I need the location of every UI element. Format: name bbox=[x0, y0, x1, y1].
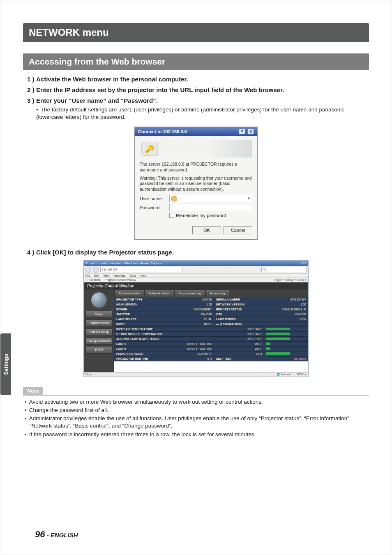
side-projector-control[interactable]: Projector control bbox=[85, 319, 113, 327]
dialog-message-2: Warning: This server is requesting that … bbox=[140, 176, 252, 192]
step-text: Click [OK] to display the Projector stat… bbox=[36, 249, 174, 256]
remember-label: Remember my password bbox=[176, 213, 226, 218]
address-value: 192.168.0.8 bbox=[102, 268, 117, 271]
menu-tools[interactable]: Tools bbox=[129, 274, 136, 277]
address-field[interactable]: 192.168.0.8 bbox=[100, 267, 182, 272]
forward-button[interactable] bbox=[93, 267, 99, 273]
pcw-header: Projector Control Window bbox=[84, 282, 308, 289]
tab-access-log[interactable]: Access log bbox=[205, 289, 229, 297]
step-3: 3 ) Enter your “User name” and “Password… bbox=[27, 97, 369, 121]
tab-projector-status[interactable]: Projector status bbox=[114, 289, 145, 297]
globe-icon bbox=[91, 292, 107, 308]
keys-icon: 🔑 bbox=[141, 142, 158, 156]
step-3-note: The factory default settings are user1 (… bbox=[36, 106, 369, 121]
note-label: Note bbox=[23, 387, 43, 395]
password-field[interactable] bbox=[169, 204, 252, 211]
notes-list: Avoid activating two or more Web browser… bbox=[25, 398, 369, 438]
ie-address-bar: 192.168.0.8 🔍 bbox=[84, 266, 308, 274]
note-item: Change the password first of all. bbox=[25, 407, 369, 414]
close-icon[interactable]: X bbox=[247, 129, 254, 134]
step-1: 1 ) Activate the Web browser in the pers… bbox=[27, 76, 369, 83]
pcw-content: Projector status Network status Access e… bbox=[114, 289, 308, 372]
side-tab-settings: Settings bbox=[0, 333, 11, 395]
dropdown-icon[interactable]: ▾ bbox=[248, 196, 250, 201]
step-number: 1 ) bbox=[27, 76, 35, 83]
tab-access-error-log[interactable]: Access error log bbox=[174, 289, 205, 297]
step-text: Activate the Web browser in the personal… bbox=[36, 76, 188, 83]
dialog-window-controls: ? X bbox=[238, 129, 254, 134]
status-done: Done bbox=[85, 373, 92, 376]
remember-row[interactable]: Remember my password bbox=[169, 213, 252, 218]
step-number: 4 ) bbox=[27, 249, 35, 256]
step-number: 3 ) bbox=[27, 97, 35, 104]
fav-item[interactable]: Projector control window bbox=[105, 278, 136, 282]
menu-favorites[interactable]: Favorites bbox=[113, 274, 125, 277]
ie-favorites-bar: ☆ Favorites Projector control window Pag… bbox=[84, 278, 308, 282]
username-field[interactable]: ▾ bbox=[169, 195, 252, 202]
dialog-message-1: The server 192.168.0.8 at PROJECTOR requ… bbox=[140, 162, 252, 173]
step-number: 2 ) bbox=[27, 86, 35, 93]
ie-titlebar: Projector control window - Windows Inter… bbox=[84, 261, 308, 266]
side-detailed-setup[interactable]: Detailed set up bbox=[85, 328, 113, 336]
ok-button[interactable]: OK bbox=[192, 226, 221, 234]
page-sep: - bbox=[45, 532, 50, 539]
side-japanese[interactable]: 日本語 bbox=[85, 346, 113, 354]
login-dialog: Connect to 192.168.0.8 ? X 🔑 The server … bbox=[134, 127, 258, 239]
page-lang: ENGLISH bbox=[51, 532, 78, 539]
note-item: Administrator privileges enable the use … bbox=[25, 415, 369, 430]
page-number: 96 bbox=[35, 529, 45, 539]
step-2: 2 ) Enter the IP address set by the proj… bbox=[27, 86, 369, 94]
step-text: Enter your “User name” and “Password”. bbox=[36, 97, 158, 104]
ie-status-bar: Done 🌐 Internet 100% ▾ bbox=[84, 372, 308, 377]
note-divider bbox=[23, 395, 369, 396]
search-icon: 🔍 bbox=[263, 268, 267, 271]
side-status[interactable]: Status bbox=[85, 311, 113, 318]
ie-window-controls: _ □ X bbox=[299, 261, 307, 265]
ie-menu-bar: File Edit View Favorites Tools Help bbox=[84, 274, 308, 278]
page-title-bar: NETWORK menu bbox=[23, 23, 369, 42]
projector-control-window: Projector control window - Windows Inter… bbox=[83, 260, 309, 377]
help-icon[interactable]: ? bbox=[239, 129, 245, 134]
step-3-sub: The factory default settings are user1 (… bbox=[36, 106, 369, 121]
step-text: Enter the IP address set by the projecto… bbox=[36, 86, 284, 93]
step-4: 4 ) Click [OK] to display the Projector … bbox=[27, 249, 369, 256]
menu-file[interactable]: File bbox=[85, 274, 90, 277]
menu-help[interactable]: Help bbox=[140, 274, 146, 277]
steps-list-2: 4 ) Click [OK] to display the Projector … bbox=[27, 249, 369, 256]
username-label: User name: bbox=[140, 196, 169, 201]
remember-checkbox[interactable] bbox=[169, 213, 174, 218]
section-heading: Accessing from the Web browser bbox=[23, 53, 369, 70]
dialog-body: 🔑 The server 192.168.0.8 at PROJECTOR re… bbox=[135, 136, 257, 239]
dialog-titlebar: Connect to 192.168.0.8 ? X bbox=[135, 127, 257, 136]
fav-label: ☆ Favorites bbox=[85, 278, 101, 282]
status-zoom: 100% ▾ bbox=[297, 373, 307, 376]
menu-view[interactable]: View bbox=[103, 274, 109, 277]
tab-network-status[interactable]: Network status bbox=[145, 289, 174, 297]
pcw-tabs: Projector status Network status Access e… bbox=[114, 289, 308, 297]
fav-tools[interactable]: Page ▾ Safety ▾ Tools ▾ bbox=[274, 278, 307, 282]
password-label: Password: bbox=[140, 205, 169, 210]
search-field[interactable]: 🔍 bbox=[261, 267, 307, 272]
user-icon bbox=[171, 196, 177, 201]
pcw-sidebar: Status Projector control Detailed set up… bbox=[84, 289, 114, 372]
dialog-banner: 🔑 bbox=[140, 140, 252, 157]
ie-title-text: Projector control window - Windows Inter… bbox=[85, 261, 163, 265]
note-item: If the password is incorrectly entered t… bbox=[25, 431, 369, 438]
side-change-password[interactable]: Change password bbox=[85, 338, 113, 345]
status-table: PROJECTOR TYPEDZ8700SERIAL NUMBERSW12345… bbox=[114, 297, 308, 361]
status-zone: 🌐 Internet bbox=[277, 373, 291, 376]
menu-edit[interactable]: Edit bbox=[94, 274, 99, 277]
dialog-title: Connect to 192.168.0.8 bbox=[138, 129, 187, 134]
steps-list: 1 ) Activate the Web browser in the pers… bbox=[27, 76, 369, 121]
note-item: Avoid activating two or more Web browser… bbox=[25, 398, 369, 406]
cancel-button[interactable]: Cancel bbox=[224, 226, 252, 234]
page-footer: 96 - ENGLISH bbox=[35, 529, 78, 540]
back-button[interactable] bbox=[85, 267, 91, 273]
